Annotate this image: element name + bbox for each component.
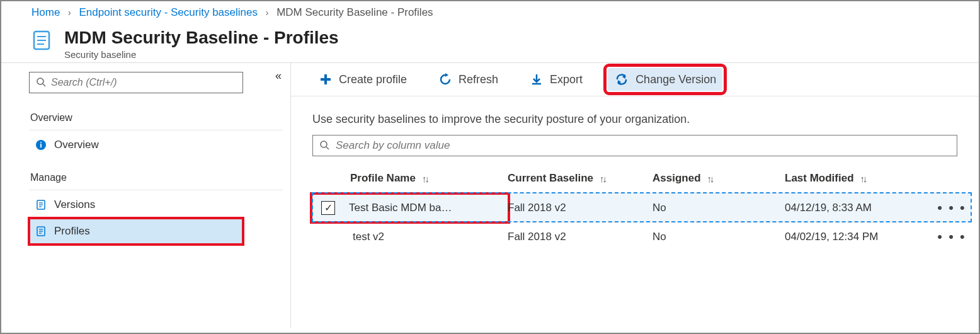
sidebar-item-label: Overview xyxy=(54,139,99,151)
toolbar-label: Change Version xyxy=(635,73,716,86)
sort-icon: ↑↓ xyxy=(860,173,866,184)
collapse-sidebar-icon[interactable]: « xyxy=(275,69,282,83)
breadcrumb-home[interactable]: Home xyxy=(31,6,60,18)
breadcrumb-current: MDM Security Baseline - Profiles xyxy=(276,6,433,18)
cell-modified: 04/12/19, 8:33 AM xyxy=(785,202,936,214)
col-label: Profile Name xyxy=(350,172,416,185)
table-row[interactable]: ✓ Test Basic MDM ba… Fall 2018 v2 No 04/… xyxy=(312,193,971,222)
profiles-table: Profile Name ↑↓ Current Baseline ↑↓ Assi… xyxy=(312,164,971,251)
cell-baseline: Fall 2018 v2 xyxy=(508,231,652,243)
row-checkbox[interactable]: ✓ xyxy=(321,201,335,215)
intro-text: Use security baselines to improve the se… xyxy=(291,96,979,135)
sidebar-search-input[interactable] xyxy=(51,77,236,88)
search-icon xyxy=(36,77,46,89)
sidebar-item-label: Profiles xyxy=(54,225,90,238)
main-content: Create profile Refresh Export Change Ver… xyxy=(291,63,979,328)
plus-icon xyxy=(319,72,333,86)
sync-icon xyxy=(614,72,629,87)
row-menu-button[interactable]: • • • xyxy=(936,229,967,245)
column-search[interactable] xyxy=(312,135,957,156)
cell-modified: 04/02/19, 12:34 PM xyxy=(785,231,936,243)
toolbar-label: Export xyxy=(550,73,583,86)
export-button[interactable]: Export xyxy=(523,69,589,90)
col-current-baseline[interactable]: Current Baseline ↑↓ xyxy=(508,172,652,185)
sort-icon: ↑↓ xyxy=(422,173,428,184)
chevron-right-icon: › xyxy=(266,8,269,18)
cell-profile-name: test v2 xyxy=(350,231,508,243)
refresh-icon xyxy=(438,72,452,86)
table-header-row: Profile Name ↑↓ Current Baseline ↑↓ Assi… xyxy=(312,164,971,193)
document-icon xyxy=(33,199,49,210)
svg-point-4 xyxy=(37,78,43,84)
page-header: MDM Security Baseline - Profiles Securit… xyxy=(1,23,979,62)
col-label: Current Baseline xyxy=(508,172,593,185)
svg-line-24 xyxy=(326,147,329,149)
svg-point-23 xyxy=(321,141,327,147)
search-icon xyxy=(319,140,329,152)
breadcrumb-section[interactable]: Endpoint security - Security baselines xyxy=(79,6,258,18)
cell-baseline: Fall 2018 v2 xyxy=(508,202,652,214)
cell-assigned: No xyxy=(652,202,785,214)
download-icon xyxy=(530,72,544,86)
svg-marker-18 xyxy=(445,73,448,77)
col-profile-name[interactable]: Profile Name ↑↓ xyxy=(350,172,508,185)
change-version-button[interactable]: Change Version xyxy=(608,68,722,91)
sidebar-item-versions[interactable]: Versions xyxy=(29,192,283,218)
info-icon: i xyxy=(33,139,49,151)
col-assigned[interactable]: Assigned ↑↓ xyxy=(652,172,785,185)
page-title: MDM Security Baseline - Profiles xyxy=(64,28,339,48)
page-subtitle: Security baseline xyxy=(64,49,339,60)
sidebar: « Overview i Overview Manage Versions P xyxy=(1,63,291,328)
row-menu-button[interactable]: • • • xyxy=(936,200,967,216)
toolbar: Create profile Refresh Export Change Ver… xyxy=(291,63,979,96)
refresh-button[interactable]: Refresh xyxy=(432,69,504,90)
sidebar-item-overview[interactable]: i Overview xyxy=(29,132,283,158)
create-profile-button[interactable]: Create profile xyxy=(312,69,413,90)
col-label: Last Modified xyxy=(785,172,854,185)
chevron-right-icon: › xyxy=(68,8,71,18)
baseline-icon xyxy=(29,28,54,53)
sort-icon: ↑↓ xyxy=(600,173,605,184)
sidebar-section-overview: Overview xyxy=(29,106,283,130)
cell-profile-name: Test Basic MDM ba… xyxy=(346,202,452,214)
sidebar-item-profiles[interactable]: Profiles xyxy=(29,218,243,245)
cell-assigned: No xyxy=(652,231,785,243)
col-last-modified[interactable]: Last Modified ↑↓ xyxy=(785,172,936,185)
sidebar-section-manage: Manage xyxy=(29,166,283,190)
svg-line-5 xyxy=(43,84,45,86)
sidebar-search[interactable] xyxy=(29,72,243,93)
col-label: Assigned xyxy=(652,172,701,185)
document-icon xyxy=(33,226,49,237)
breadcrumb: Home › Endpoint security - Security base… xyxy=(1,1,979,23)
sort-icon: ↑↓ xyxy=(707,173,713,184)
toolbar-label: Create profile xyxy=(339,73,407,86)
toolbar-label: Refresh xyxy=(459,73,498,86)
column-search-input[interactable] xyxy=(336,139,950,152)
table-row[interactable]: test v2 Fall 2018 v2 No 04/02/19, 12:34 … xyxy=(312,222,971,251)
sidebar-item-label: Versions xyxy=(54,199,95,211)
